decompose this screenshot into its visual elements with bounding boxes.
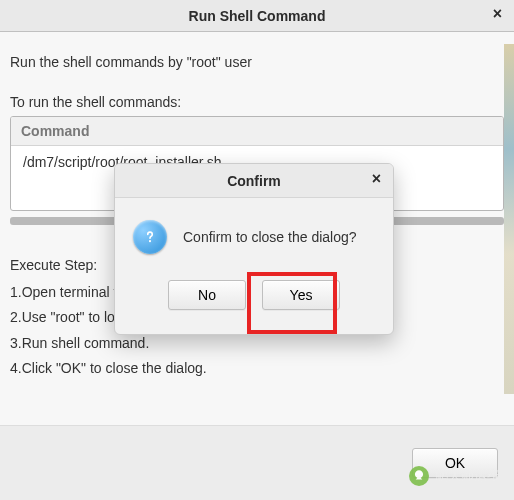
description-text: Run the shell commands by "root" user [10,54,504,70]
confirm-message: Confirm to close the dialog? [183,229,375,245]
command-header: Command [11,117,503,146]
confirm-body: Confirm to close the dialog? [115,198,393,266]
background-window-sliver [504,44,514,394]
yes-button[interactable]: Yes [262,280,340,310]
main-footer: OK [0,426,514,500]
watermark-icon [409,466,429,486]
main-close-button[interactable]: × [489,4,506,24]
main-titlebar: Run Shell Command × [0,0,514,32]
step-4: 4.Click "OK" to close the dialog. [10,356,504,381]
confirm-dialog: Confirm × Confirm to close the dialog? N… [114,163,394,335]
confirm-titlebar: Confirm × [115,164,393,198]
question-icon [133,220,167,254]
no-button[interactable]: No [168,280,246,310]
command-label: To run the shell commands: [10,94,504,110]
confirm-close-button[interactable]: × [368,170,385,188]
watermark: 鹏大师运维 [409,466,500,486]
watermark-text: 鹏大师运维 [435,467,500,485]
svg-point-0 [149,240,151,242]
confirm-title: Confirm [227,173,281,189]
confirm-buttons: No Yes [115,266,393,334]
main-title: Run Shell Command [189,8,326,24]
